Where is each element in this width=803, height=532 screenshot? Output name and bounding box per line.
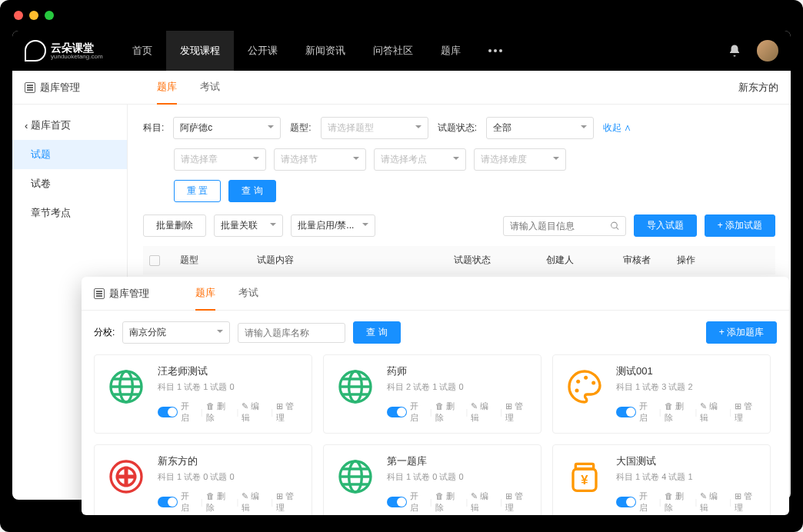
card-delete[interactable]: 🗑 删除: [206, 490, 234, 514]
subject-label: 科目:: [143, 121, 164, 135]
svg-point-12: [591, 381, 595, 385]
toggle-label: 开启: [639, 490, 656, 514]
toggle-label: 开启: [181, 490, 198, 514]
enable-toggle[interactable]: [616, 407, 636, 417]
card-manage[interactable]: ⊞ 管理: [505, 401, 531, 424]
overlay-window: 题库管理 题库 考试 分校: 南京分院 查 询 + 添加题库 汪老师测试科目 1…: [82, 277, 789, 515]
bank-title: 大国测试: [616, 454, 761, 468]
nav-news[interactable]: 新闻资讯: [292, 31, 359, 71]
section-select[interactable]: 请选择节: [274, 148, 366, 171]
toggle-label: 开启: [410, 490, 427, 514]
bank-meta: 科目 1 试卷 1 试题 0: [158, 381, 302, 393]
nav-open-courses[interactable]: 公开课: [234, 31, 292, 71]
overlay-query-button[interactable]: 查 询: [353, 321, 400, 344]
notification-icon[interactable]: [728, 44, 741, 58]
tab-question-bank[interactable]: 题库: [157, 71, 177, 105]
card-delete[interactable]: 🗑 删除: [206, 401, 234, 424]
nav-qa-community[interactable]: 问答社区: [359, 31, 427, 71]
batch-delete-button[interactable]: 批量删除: [143, 214, 206, 237]
branch-select[interactable]: 南京分院: [122, 321, 230, 344]
card-edit[interactable]: ✎ 编辑: [700, 401, 726, 424]
list-icon: [94, 288, 105, 299]
bank-search-input[interactable]: [238, 323, 345, 343]
th-status: 试题状态: [454, 254, 546, 267]
collapse-link[interactable]: 收起 ∧: [603, 121, 631, 135]
card-edit[interactable]: ✎ 编辑: [471, 490, 497, 514]
bank-icon: [333, 364, 378, 409]
bank-title: 第一题库: [387, 454, 531, 468]
cloud-logo-icon: [25, 40, 46, 62]
sidebar-item-questions[interactable]: 试题: [12, 140, 127, 169]
card-delete[interactable]: 🗑 删除: [435, 401, 463, 424]
enable-toggle[interactable]: [616, 497, 636, 507]
enable-toggle[interactable]: [387, 497, 407, 507]
card-edit[interactable]: ✎ 编辑: [242, 401, 268, 424]
type-select[interactable]: 请选择题型: [321, 117, 428, 139]
top-nav: 云朵课堂 yunduoketang.com 首页 发现课程 公开课 新闻资讯 问…: [12, 31, 791, 71]
toggle-label: 开启: [181, 401, 198, 424]
enable-toggle[interactable]: [158, 407, 178, 417]
card-delete[interactable]: 🗑 删除: [665, 490, 692, 514]
nav-more-icon[interactable]: [475, 31, 516, 71]
svg-point-10: [576, 380, 580, 384]
toggle-label: 开启: [410, 401, 427, 424]
chevron-left-icon: ‹: [25, 120, 28, 131]
minimize-window-icon[interactable]: [29, 11, 38, 20]
overlay-tab-bank[interactable]: 题库: [195, 277, 215, 311]
bank-meta: 科目 1 试卷 0 试题 0: [158, 471, 302, 483]
reset-button[interactable]: 重 置: [174, 180, 221, 202]
bank-meta: 科目 2 试卷 1 试题 0: [387, 381, 531, 393]
nav-home[interactable]: 首页: [118, 31, 166, 71]
bank-card: 测试001科目 1 试卷 3 试题 2开启|🗑 删除|✎ 编辑|⊞ 管理: [552, 354, 771, 434]
select-all-checkbox[interactable]: [149, 255, 160, 266]
enable-toggle[interactable]: [387, 407, 407, 417]
card-manage[interactable]: ⊞ 管理: [276, 401, 302, 424]
card-edit[interactable]: ✎ 编辑: [242, 490, 268, 514]
overlay-tab-exam[interactable]: 考试: [238, 277, 258, 311]
status-label: 试题状态:: [438, 121, 477, 135]
nav-discover-courses[interactable]: 发现课程: [166, 31, 234, 71]
card-delete[interactable]: 🗑 删除: [665, 401, 692, 424]
card-delete[interactable]: 🗑 删除: [435, 490, 463, 514]
batch-enable-select[interactable]: 批量启用/禁...: [291, 214, 375, 237]
type-label: 题型:: [290, 121, 311, 135]
th-creator: 创建人: [546, 254, 623, 267]
point-select[interactable]: 请选择考点: [374, 148, 466, 171]
card-manage[interactable]: ⊞ 管理: [505, 490, 531, 514]
card-manage[interactable]: ⊞ 管理: [735, 401, 761, 424]
subject-select[interactable]: 阿萨德c: [173, 117, 281, 139]
sidebar-item-papers[interactable]: 试卷: [12, 169, 127, 198]
brand-text: 云朵课堂: [51, 42, 103, 53]
brand-subtext: yunduoketang.com: [51, 53, 103, 60]
difficulty-select[interactable]: 请选择难度: [474, 148, 566, 171]
maximize-window-icon[interactable]: [45, 11, 54, 20]
svg-text:¥: ¥: [581, 473, 588, 487]
batch-relate-select[interactable]: 批量关联: [214, 214, 283, 237]
logo[interactable]: 云朵课堂 yunduoketang.com: [25, 40, 103, 62]
add-bank-button[interactable]: + 添加题库: [706, 321, 777, 344]
enable-toggle[interactable]: [158, 497, 178, 507]
nav-question-bank[interactable]: 题库: [427, 31, 475, 71]
sidebar-back[interactable]: ‹ 题库首页: [12, 111, 127, 140]
status-select[interactable]: 全部: [486, 117, 594, 139]
tab-exam[interactable]: 考试: [200, 71, 220, 105]
card-edit[interactable]: ✎ 编辑: [700, 490, 726, 514]
bank-meta: 科目 1 试卷 4 试题 1: [616, 471, 761, 483]
bank-card: 药师科目 2 试卷 1 试题 0开启|🗑 删除|✎ 编辑|⊞ 管理: [323, 354, 541, 434]
close-window-icon[interactable]: [14, 11, 23, 20]
page-title: 题库管理: [25, 81, 80, 95]
add-question-button[interactable]: + 添加试题: [705, 214, 775, 237]
query-button[interactable]: 查 询: [228, 180, 275, 202]
window-controls: [14, 11, 54, 20]
card-manage[interactable]: ⊞ 管理: [276, 490, 302, 514]
chapter-select[interactable]: 请选择章: [174, 148, 266, 171]
card-edit[interactable]: ✎ 编辑: [471, 401, 497, 424]
bank-card: ¥大国测试科目 1 试卷 4 试题 1开启|🗑 删除|✎ 编辑|⊞ 管理: [552, 444, 771, 515]
svg-rect-24: [575, 464, 593, 469]
import-button[interactable]: 导入试题: [634, 214, 697, 237]
card-manage[interactable]: ⊞ 管理: [735, 490, 761, 514]
user-avatar[interactable]: [757, 40, 778, 62]
search-input[interactable]: [503, 216, 626, 236]
bank-card: 新东方的科目 1 试卷 0 试题 0开启|🗑 删除|✎ 编辑|⊞ 管理: [94, 444, 312, 515]
sidebar-item-chapter-points[interactable]: 章节考点: [12, 198, 127, 228]
